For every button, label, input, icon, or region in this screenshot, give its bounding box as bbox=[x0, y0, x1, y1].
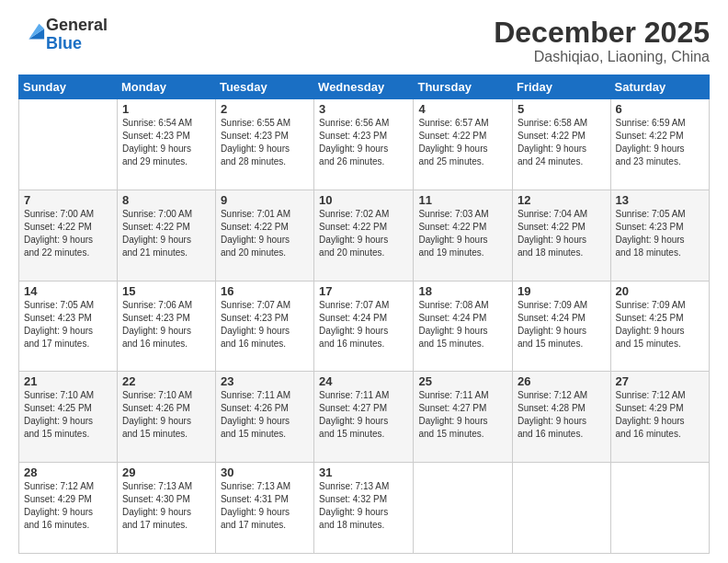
day-info: Sunrise: 6:57 AM Sunset: 4:22 PM Dayligh… bbox=[418, 117, 507, 168]
day-number: 18 bbox=[418, 284, 507, 298]
day-number: 21 bbox=[24, 374, 112, 388]
calendar-week-1: 1Sunrise: 6:54 AM Sunset: 4:23 PM Daylig… bbox=[19, 99, 710, 190]
calendar-cell: 25Sunrise: 7:11 AM Sunset: 4:27 PM Dayli… bbox=[414, 372, 513, 463]
day-info: Sunrise: 6:54 AM Sunset: 4:23 PM Dayligh… bbox=[122, 117, 210, 168]
calendar-cell: 3Sunrise: 6:56 AM Sunset: 4:23 PM Daylig… bbox=[314, 99, 414, 190]
calendar-cell: 17Sunrise: 7:07 AM Sunset: 4:24 PM Dayli… bbox=[314, 281, 414, 372]
day-info: Sunrise: 7:05 AM Sunset: 4:23 PM Dayligh… bbox=[24, 299, 112, 350]
calendar-cell: 18Sunrise: 7:08 AM Sunset: 4:24 PM Dayli… bbox=[414, 281, 513, 372]
day-number: 17 bbox=[319, 284, 408, 298]
calendar-cell: 27Sunrise: 7:12 AM Sunset: 4:29 PM Dayli… bbox=[610, 372, 709, 463]
calendar-cell: 28Sunrise: 7:12 AM Sunset: 4:29 PM Dayli… bbox=[19, 463, 118, 554]
calendar-cell: 5Sunrise: 6:58 AM Sunset: 4:22 PM Daylig… bbox=[513, 99, 611, 190]
calendar-subtitle: Dashiqiao, Liaoning, China bbox=[494, 49, 710, 65]
day-number: 28 bbox=[24, 465, 112, 479]
day-number: 20 bbox=[616, 284, 704, 298]
calendar-cell: 26Sunrise: 7:12 AM Sunset: 4:28 PM Dayli… bbox=[513, 372, 611, 463]
calendar-cell: 14Sunrise: 7:05 AM Sunset: 4:23 PM Dayli… bbox=[19, 281, 118, 372]
title-block: December 2025 Dashiqiao, Liaoning, China bbox=[494, 17, 710, 65]
day-info: Sunrise: 7:13 AM Sunset: 4:30 PM Dayligh… bbox=[122, 480, 210, 532]
calendar-cell: 16Sunrise: 7:07 AM Sunset: 4:23 PM Dayli… bbox=[215, 281, 313, 372]
day-info: Sunrise: 7:09 AM Sunset: 4:25 PM Dayligh… bbox=[616, 299, 704, 350]
calendar-cell: 29Sunrise: 7:13 AM Sunset: 4:30 PM Dayli… bbox=[117, 463, 215, 554]
calendar-cell bbox=[19, 99, 118, 190]
calendar-cell: 24Sunrise: 7:11 AM Sunset: 4:27 PM Dayli… bbox=[314, 372, 414, 463]
day-info: Sunrise: 7:07 AM Sunset: 4:23 PM Dayligh… bbox=[221, 299, 309, 350]
day-info: Sunrise: 7:13 AM Sunset: 4:31 PM Dayligh… bbox=[221, 480, 309, 532]
calendar-cell: 20Sunrise: 7:09 AM Sunset: 4:25 PM Dayli… bbox=[610, 281, 709, 372]
day-info: Sunrise: 6:56 AM Sunset: 4:23 PM Dayligh… bbox=[319, 117, 408, 168]
day-number: 12 bbox=[518, 193, 606, 207]
calendar-dow-sunday: Sunday bbox=[19, 75, 118, 99]
calendar-cell: 30Sunrise: 7:13 AM Sunset: 4:31 PM Dayli… bbox=[215, 463, 313, 554]
day-number: 27 bbox=[616, 374, 704, 388]
day-info: Sunrise: 7:00 AM Sunset: 4:22 PM Dayligh… bbox=[24, 208, 112, 259]
calendar-cell: 11Sunrise: 7:03 AM Sunset: 4:22 PM Dayli… bbox=[414, 190, 513, 281]
calendar-cell bbox=[610, 463, 709, 554]
day-info: Sunrise: 7:10 AM Sunset: 4:26 PM Dayligh… bbox=[122, 389, 210, 441]
calendar-cell: 19Sunrise: 7:09 AM Sunset: 4:24 PM Dayli… bbox=[513, 281, 611, 372]
day-number: 11 bbox=[418, 193, 507, 207]
logo-icon bbox=[20, 20, 46, 46]
day-number: 29 bbox=[122, 465, 210, 479]
day-number: 14 bbox=[24, 284, 112, 298]
day-number: 25 bbox=[418, 374, 507, 388]
logo-blue-text: Blue bbox=[46, 34, 82, 52]
day-number: 7 bbox=[24, 193, 112, 207]
calendar-header-row: SundayMondayTuesdayWednesdayThursdayFrid… bbox=[19, 75, 710, 99]
calendar-title: December 2025 bbox=[494, 17, 710, 49]
day-number: 10 bbox=[319, 193, 408, 207]
calendar-cell: 4Sunrise: 6:57 AM Sunset: 4:22 PM Daylig… bbox=[414, 99, 513, 190]
day-info: Sunrise: 7:12 AM Sunset: 4:29 PM Dayligh… bbox=[24, 480, 112, 532]
day-info: Sunrise: 7:11 AM Sunset: 4:27 PM Dayligh… bbox=[319, 389, 408, 441]
day-number: 2 bbox=[221, 102, 309, 116]
calendar-week-5: 28Sunrise: 7:12 AM Sunset: 4:29 PM Dayli… bbox=[19, 463, 710, 554]
day-number: 26 bbox=[518, 374, 606, 388]
day-info: Sunrise: 7:03 AM Sunset: 4:22 PM Dayligh… bbox=[418, 208, 507, 259]
day-number: 15 bbox=[122, 284, 210, 298]
day-number: 1 bbox=[122, 102, 210, 116]
calendar-dow-monday: Monday bbox=[117, 75, 215, 99]
calendar-cell: 31Sunrise: 7:13 AM Sunset: 4:32 PM Dayli… bbox=[314, 463, 414, 554]
day-number: 13 bbox=[616, 193, 704, 207]
logo: General Blue bbox=[18, 17, 108, 53]
calendar-week-3: 14Sunrise: 7:05 AM Sunset: 4:23 PM Dayli… bbox=[19, 281, 710, 372]
day-info: Sunrise: 6:58 AM Sunset: 4:22 PM Dayligh… bbox=[518, 117, 606, 168]
day-number: 23 bbox=[221, 374, 309, 388]
calendar-dow-tuesday: Tuesday bbox=[215, 75, 313, 99]
day-number: 16 bbox=[221, 284, 309, 298]
calendar-cell: 15Sunrise: 7:06 AM Sunset: 4:23 PM Dayli… bbox=[117, 281, 215, 372]
calendar-cell: 2Sunrise: 6:55 AM Sunset: 4:23 PM Daylig… bbox=[215, 99, 313, 190]
day-info: Sunrise: 7:05 AM Sunset: 4:23 PM Dayligh… bbox=[616, 208, 704, 259]
calendar-week-2: 7Sunrise: 7:00 AM Sunset: 4:22 PM Daylig… bbox=[19, 190, 710, 281]
day-number: 3 bbox=[319, 102, 408, 116]
calendar-cell: 9Sunrise: 7:01 AM Sunset: 4:22 PM Daylig… bbox=[215, 190, 313, 281]
calendar-cell: 13Sunrise: 7:05 AM Sunset: 4:23 PM Dayli… bbox=[610, 190, 709, 281]
day-number: 6 bbox=[616, 102, 704, 116]
calendar-cell: 22Sunrise: 7:10 AM Sunset: 4:26 PM Dayli… bbox=[117, 372, 215, 463]
day-info: Sunrise: 7:08 AM Sunset: 4:24 PM Dayligh… bbox=[418, 299, 507, 350]
calendar-dow-friday: Friday bbox=[513, 75, 611, 99]
day-info: Sunrise: 7:12 AM Sunset: 4:28 PM Dayligh… bbox=[518, 389, 606, 441]
day-info: Sunrise: 7:10 AM Sunset: 4:25 PM Dayligh… bbox=[24, 389, 112, 441]
day-info: Sunrise: 7:07 AM Sunset: 4:24 PM Dayligh… bbox=[319, 299, 408, 350]
day-info: Sunrise: 6:59 AM Sunset: 4:22 PM Dayligh… bbox=[616, 117, 704, 168]
calendar-cell: 6Sunrise: 6:59 AM Sunset: 4:22 PM Daylig… bbox=[610, 99, 709, 190]
calendar-cell: 8Sunrise: 7:00 AM Sunset: 4:22 PM Daylig… bbox=[117, 190, 215, 281]
calendar-cell: 10Sunrise: 7:02 AM Sunset: 4:22 PM Dayli… bbox=[314, 190, 414, 281]
day-info: Sunrise: 7:01 AM Sunset: 4:22 PM Dayligh… bbox=[221, 208, 309, 259]
day-number: 9 bbox=[221, 193, 309, 207]
day-info: Sunrise: 7:02 AM Sunset: 4:22 PM Dayligh… bbox=[319, 208, 408, 259]
calendar-cell: 21Sunrise: 7:10 AM Sunset: 4:25 PM Dayli… bbox=[19, 372, 118, 463]
day-info: Sunrise: 7:06 AM Sunset: 4:23 PM Dayligh… bbox=[122, 299, 210, 350]
logo-general-text: General bbox=[46, 16, 108, 34]
day-number: 30 bbox=[221, 465, 309, 479]
day-info: Sunrise: 7:09 AM Sunset: 4:24 PM Dayligh… bbox=[518, 299, 606, 350]
day-info: Sunrise: 7:04 AM Sunset: 4:22 PM Dayligh… bbox=[518, 208, 606, 259]
calendar-cell bbox=[513, 463, 611, 554]
day-info: Sunrise: 7:11 AM Sunset: 4:27 PM Dayligh… bbox=[418, 389, 507, 441]
day-number: 31 bbox=[319, 465, 408, 479]
day-number: 24 bbox=[319, 374, 408, 388]
calendar-table: SundayMondayTuesdayWednesdayThursdayFrid… bbox=[18, 75, 710, 554]
calendar-cell: 23Sunrise: 7:11 AM Sunset: 4:26 PM Dayli… bbox=[215, 372, 313, 463]
